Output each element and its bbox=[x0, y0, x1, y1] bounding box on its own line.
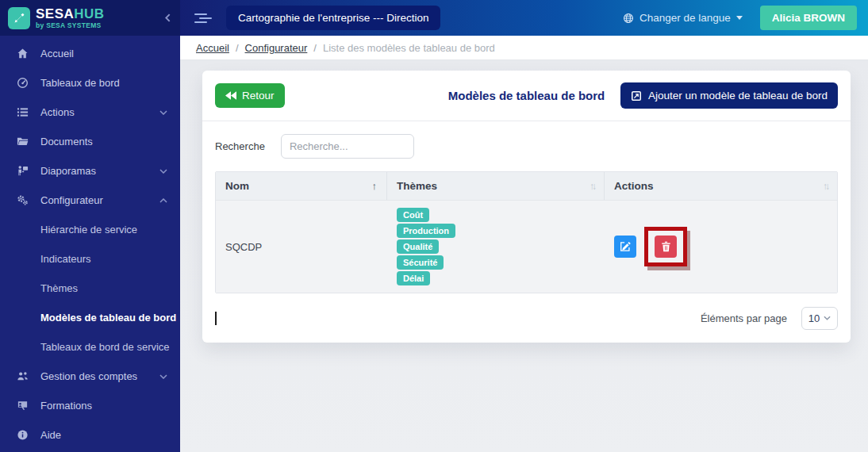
training-icon bbox=[14, 400, 30, 412]
sidebar-toggle-icon[interactable] bbox=[194, 13, 212, 23]
sidebar-item-label: Documents bbox=[40, 136, 93, 147]
sidebar-item-gestion-des-comptes[interactable]: Gestion des comptes bbox=[0, 362, 180, 391]
sort-both-icon: ↑↓ bbox=[590, 181, 594, 192]
list-icon bbox=[14, 106, 30, 118]
sidebar-item-formations[interactable]: Formations bbox=[0, 391, 180, 420]
sidebar-collapse-button[interactable] bbox=[165, 13, 171, 22]
theme-badge: Qualité bbox=[397, 239, 439, 254]
content-area: Retour Modèles de tableau de bord Ajoute… bbox=[180, 60, 868, 452]
add-board-icon bbox=[631, 90, 642, 102]
sidebar-subitem-hierarchie-de-service[interactable]: Hiérarchie de service bbox=[0, 215, 180, 244]
sidebar: SESAHUB by SESA SYSTEMS Accueil Tableaux… bbox=[0, 0, 180, 452]
sidebar-item-tableaux-de-bord[interactable]: Tableaux de bord bbox=[0, 68, 180, 98]
logo-band: SESAHUB by SESA SYSTEMS bbox=[0, 0, 180, 36]
search-row: Recherche bbox=[215, 134, 838, 159]
theme-badge: Coût bbox=[397, 208, 429, 222]
card-body: Recherche Nom ↑ Thèmes ↑↓ bbox=[202, 121, 851, 343]
caret-down-icon bbox=[736, 16, 743, 20]
sidebar-item-label: Formations bbox=[40, 400, 92, 412]
sidebar-subitem-label: Indicateurs bbox=[40, 253, 91, 265]
sort-both-icon: ↑↓ bbox=[823, 181, 828, 192]
globe-icon bbox=[623, 13, 634, 24]
add-model-button-label: Ajouter un modèle de tableau de bord bbox=[648, 90, 828, 102]
topbar: Cartographie de l'entreprise --- Directi… bbox=[180, 0, 868, 36]
per-page-value: 10 bbox=[808, 312, 820, 324]
search-label: Recherche bbox=[215, 140, 265, 152]
chevron-down-icon bbox=[159, 374, 167, 379]
card-header: Retour Modèles de tableau de bord Ajoute… bbox=[202, 71, 851, 121]
breadcrumb-link-accueil[interactable]: Accueil bbox=[196, 42, 229, 54]
breadcrumb-current: Liste des modèles de tableau de bord bbox=[323, 42, 495, 54]
users-icon bbox=[14, 370, 30, 382]
sidebar-subitem-label: Tableaux de bord de service bbox=[40, 341, 170, 353]
cell-actions bbox=[605, 201, 837, 293]
sidebar-subitem-themes[interactable]: Thèmes bbox=[0, 274, 180, 303]
per-page-select[interactable]: 10 bbox=[801, 307, 838, 330]
chevron-left-icon bbox=[165, 13, 171, 22]
models-card: Retour Modèles de tableau de bord Ajoute… bbox=[202, 71, 851, 343]
main-area: Cartographie de l'entreprise --- Directi… bbox=[180, 0, 868, 452]
sort-asc-icon: ↑ bbox=[372, 180, 378, 192]
table-footer: Éléments par page 10 bbox=[215, 306, 838, 330]
sidebar-item-label: Gestion des comptes bbox=[40, 370, 137, 382]
rewind-icon bbox=[225, 91, 236, 100]
sidebar-item-label: Configurateur bbox=[40, 194, 103, 206]
column-header-nom[interactable]: Nom ↑ bbox=[216, 172, 387, 200]
dashboard-icon bbox=[14, 77, 30, 89]
logo-text: SESAHUB by SESA SYSTEMS bbox=[36, 7, 105, 29]
sidebar-item-documents[interactable]: Documents bbox=[0, 127, 180, 156]
column-header-themes[interactable]: Thèmes ↑↓ bbox=[387, 172, 605, 200]
change-language-button[interactable]: Changer de langue bbox=[623, 12, 743, 24]
user-profile-button[interactable]: Alicia BROWN bbox=[760, 6, 857, 30]
sidebar-item-actions[interactable]: Actions bbox=[0, 98, 180, 127]
brand-tagline: by SESA SYSTEMS bbox=[36, 22, 105, 29]
add-model-button[interactable]: Ajouter un modèle de tableau de bord bbox=[620, 82, 838, 109]
back-button[interactable]: Retour bbox=[215, 83, 285, 108]
app-root: SESAHUB by SESA SYSTEMS Accueil Tableaux… bbox=[0, 0, 868, 452]
theme-badge: Délai bbox=[397, 271, 430, 285]
table-row: SQCDP Coût Production Qualité Sécurité D… bbox=[216, 200, 837, 293]
cell-themes: Coût Production Qualité Sécurité Délai bbox=[387, 201, 605, 293]
breadcrumb-separator: / bbox=[236, 42, 239, 54]
change-language-label: Changer de langue bbox=[639, 12, 731, 24]
edit-icon bbox=[620, 241, 631, 252]
text-cursor-artifact bbox=[215, 312, 217, 325]
models-table: Nom ↑ Thèmes ↑↓ Actions ↑↓ bbox=[215, 171, 838, 293]
theme-badge: Production bbox=[397, 224, 455, 238]
gears-icon bbox=[14, 194, 30, 206]
sidebar-item-diaporamas[interactable]: Diaporamas bbox=[0, 156, 180, 186]
sidebar-item-label: Accueil bbox=[40, 48, 74, 59]
sesahub-logo-icon bbox=[8, 7, 30, 29]
sidebar-subitem-label: Hiérarchie de service bbox=[40, 224, 137, 236]
sidebar-item-label: Aide bbox=[40, 429, 61, 441]
brand-primary: SESA bbox=[36, 6, 74, 21]
breadcrumb: Accueil / Configurateur / Liste des modè… bbox=[180, 36, 868, 60]
sidebar-subitem-indicateurs[interactable]: Indicateurs bbox=[0, 244, 180, 274]
sidebar-subitem-tableaux-de-bord-de-service[interactable]: Tableaux de bord de service bbox=[0, 332, 180, 362]
search-input[interactable] bbox=[281, 134, 414, 159]
column-label: Nom bbox=[225, 180, 249, 192]
per-page-control: Éléments par page 10 bbox=[701, 307, 838, 330]
sidebar-item-aide[interactable]: Aide bbox=[0, 420, 180, 450]
column-label: Actions bbox=[614, 180, 654, 192]
chevron-down-icon bbox=[824, 316, 831, 320]
topbar-right: Changer de langue Alicia BROWN bbox=[623, 6, 857, 30]
sidebar-subitem-label: Thèmes bbox=[40, 282, 78, 294]
context-selector-button[interactable]: Cartographie de l'entreprise --- Directi… bbox=[226, 6, 440, 30]
breadcrumb-separator: / bbox=[313, 42, 317, 54]
column-header-actions[interactable]: Actions ↑↓ bbox=[605, 172, 837, 200]
chevron-down-icon bbox=[159, 169, 167, 174]
brand-secondary: HUB bbox=[74, 6, 104, 21]
theme-badge: Sécurité bbox=[397, 255, 444, 270]
chevron-down-icon bbox=[159, 110, 167, 115]
back-button-label: Retour bbox=[242, 90, 275, 102]
sidebar-item-configurateur[interactable]: Configurateur bbox=[0, 186, 180, 215]
delete-button[interactable] bbox=[655, 236, 677, 258]
breadcrumb-link-configurateur[interactable]: Configurateur bbox=[245, 42, 308, 54]
annotation-highlight-delete bbox=[644, 227, 687, 266]
sidebar-subitem-modeles-de-tableau-de-bord[interactable]: Modèles de tableau de bord bbox=[0, 303, 180, 332]
edit-button[interactable] bbox=[614, 236, 636, 258]
home-icon bbox=[14, 48, 30, 59]
sidebar-item-accueil[interactable]: Accueil bbox=[0, 39, 180, 68]
sidebar-subitem-label: Modèles de tableau de bord bbox=[40, 312, 176, 324]
